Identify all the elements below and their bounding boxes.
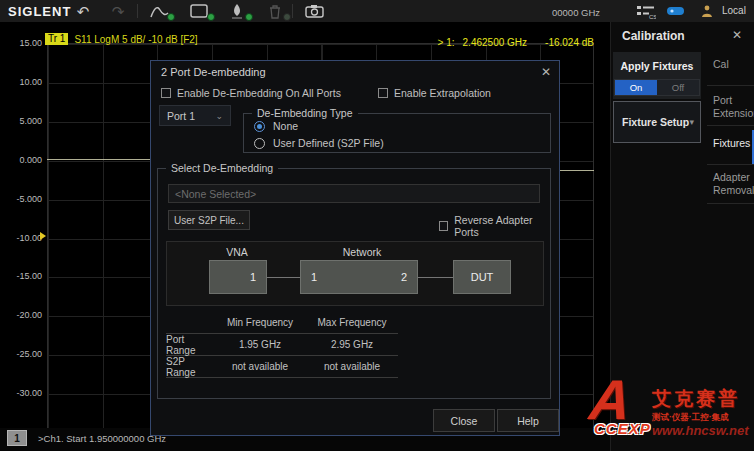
close-button[interactable]: Close	[433, 409, 495, 432]
trace-format-label[interactable]: S11 LogM 5 dB/ -10 dB [F2]	[74, 34, 197, 45]
tab-divider	[707, 85, 754, 86]
siglent-logo: SIGLENT	[8, 4, 71, 19]
apply-fixtures-toggle: On Off	[614, 79, 700, 96]
connection-diagram: VNA Network 1 1 2 DUT	[166, 241, 544, 306]
reverse-adapter-ports-checkbox[interactable]: Reverse Adapter Ports	[439, 214, 550, 238]
sidebar-title: Calibration	[622, 29, 685, 43]
chevron-down-icon: ⌄	[215, 111, 223, 121]
checkbox-box[interactable]	[378, 88, 388, 98]
tab-divider	[707, 203, 754, 204]
apply-fixtures-panel: Apply Fixtures On Off	[613, 52, 701, 99]
network-port1: 1	[311, 271, 317, 283]
tab-port-extension[interactable]: Port Extension	[703, 94, 753, 119]
marker-readout: > 1: 2.462500 GHz -16.024 dB	[420, 37, 594, 48]
selected-file-field[interactable]: <None Selected>	[168, 184, 540, 203]
local-status-label[interactable]: Local	[722, 5, 746, 16]
y-tick-label: -15.00	[6, 271, 42, 281]
table-header-row: Min Frequency Max Frequency	[166, 312, 398, 333]
marker-icon[interactable]	[224, 0, 250, 22]
selected-file-value: <None Selected>	[175, 188, 256, 200]
network-port2: 2	[401, 271, 407, 283]
trace-icon[interactable]	[146, 0, 172, 22]
trace-segment-left	[47, 159, 150, 160]
stop-frequency-partial[interactable]: 00000 GHz	[552, 7, 600, 18]
y-tick-label: -20.00	[6, 310, 42, 320]
accexp-watermark: A CCEXP 艾克赛普 测试·仪器·工控·集成 www.hncsw.net	[592, 376, 754, 450]
connector-line	[418, 277, 453, 278]
start-frequency-label[interactable]: >Ch1. Start 1.950000000 GHz	[38, 433, 166, 444]
trash-icon[interactable]	[262, 0, 288, 22]
y-tick-label: 15.00	[6, 38, 42, 48]
dut-label: DUT	[471, 271, 494, 283]
toggle-off-button[interactable]: Off	[657, 80, 699, 95]
tab-adapter-removal[interactable]: Adapter Removal	[703, 171, 753, 196]
toolbar-separator	[137, 4, 138, 18]
tab-fixtures[interactable]: Fixtures	[703, 137, 753, 150]
toggle-on-button[interactable]: On	[615, 80, 657, 95]
checkbox-label: Reverse Adapter Ports	[454, 214, 550, 238]
channel-badge[interactable]: 1	[7, 430, 27, 446]
row-name: S2P Range	[166, 356, 214, 378]
cal-kit-icon[interactable]	[698, 0, 716, 22]
checkbox-label: Enable Extrapolation	[394, 87, 491, 99]
network-label: Network	[302, 246, 422, 258]
vna-label: VNA	[207, 246, 267, 258]
port-dropdown[interactable]: Port 1 ⌄	[159, 105, 231, 126]
checkbox-box[interactable]	[161, 88, 171, 98]
button-label: User S2P File...	[174, 215, 244, 226]
marker-amplitude: -16.024 dB	[545, 37, 594, 48]
svg-text:CS: CS	[649, 14, 656, 19]
reference-level-indicator	[40, 232, 46, 240]
watermark-brand-cn: 艾克赛普	[652, 386, 740, 412]
vna-box: 1	[209, 260, 267, 294]
marker-number: > 1:	[438, 37, 455, 48]
marker-frequency: 2.462500 GHz	[463, 37, 528, 48]
accexp-logo-text: CCEXP	[594, 420, 651, 437]
radio-user-defined[interactable]: User Defined (S2P File)	[254, 137, 384, 149]
y-tick-label: -10.00	[6, 233, 42, 243]
toolbar-separator	[292, 4, 293, 18]
trace-number-badge[interactable]: Tr 1	[45, 33, 68, 45]
toolbar-config-icon[interactable]: CS	[634, 0, 658, 22]
row-name: Port Range	[166, 334, 214, 356]
group-legend: Select De-Embedding	[166, 162, 278, 174]
row-min-value: 1.95 GHz	[214, 339, 306, 350]
usb-device-icon[interactable]	[665, 0, 687, 22]
undo-icon[interactable]: ↶	[71, 0, 95, 22]
help-button[interactable]: Help	[497, 409, 559, 432]
trace-count-badge	[167, 13, 175, 21]
tab-divider	[707, 125, 754, 126]
sidebar-close-icon[interactable]: ✕	[732, 28, 742, 42]
watermark-url: www.hncsw.net	[652, 423, 749, 438]
connector-line	[267, 277, 300, 278]
radio-button[interactable]	[254, 138, 265, 149]
select-de-embedding-group: Select De-Embedding <None Selected> User…	[157, 168, 551, 399]
table-row: Port Range 1.95 GHz 2.95 GHz	[166, 334, 398, 355]
y-tick-label: 10.00	[6, 77, 42, 87]
fixture-setup-button[interactable]: Fixture Setup ▾	[613, 101, 701, 143]
table-row: S2P Range not available not available	[166, 356, 398, 377]
tab-divider	[707, 164, 754, 165]
y-tick-label: 0.000	[6, 155, 42, 165]
checkbox-box[interactable]	[439, 221, 448, 231]
col-min-frequency: Min Frequency	[214, 317, 306, 328]
radio-label: User Defined (S2P File)	[273, 137, 384, 149]
enable-all-ports-checkbox[interactable]: Enable De-Embedding On All Ports	[161, 87, 341, 99]
radio-button-selected[interactable]	[254, 121, 265, 132]
port-dropdown-value: Port 1	[167, 110, 195, 122]
button-label: Help	[517, 415, 539, 427]
network-box: 1 2	[300, 260, 418, 294]
radio-none[interactable]: None	[254, 120, 298, 132]
fixture-setup-label: Fixture Setup	[622, 116, 689, 128]
radio-label: None	[273, 120, 298, 132]
display-window-icon[interactable]	[186, 0, 212, 22]
redo-icon[interactable]: ↷	[106, 0, 130, 22]
enable-extrapolation-checkbox[interactable]: Enable Extrapolation	[378, 87, 491, 99]
screenshot-camera-icon[interactable]	[301, 0, 327, 22]
tab-cal[interactable]: Cal	[703, 58, 753, 71]
row-min-value: not available	[214, 361, 306, 372]
user-s2p-file-button[interactable]: User S2P File...	[168, 210, 250, 230]
dialog-close-icon[interactable]: ✕	[541, 65, 551, 79]
vna-port-number: 1	[250, 271, 256, 283]
marker-count-badge	[245, 13, 253, 21]
